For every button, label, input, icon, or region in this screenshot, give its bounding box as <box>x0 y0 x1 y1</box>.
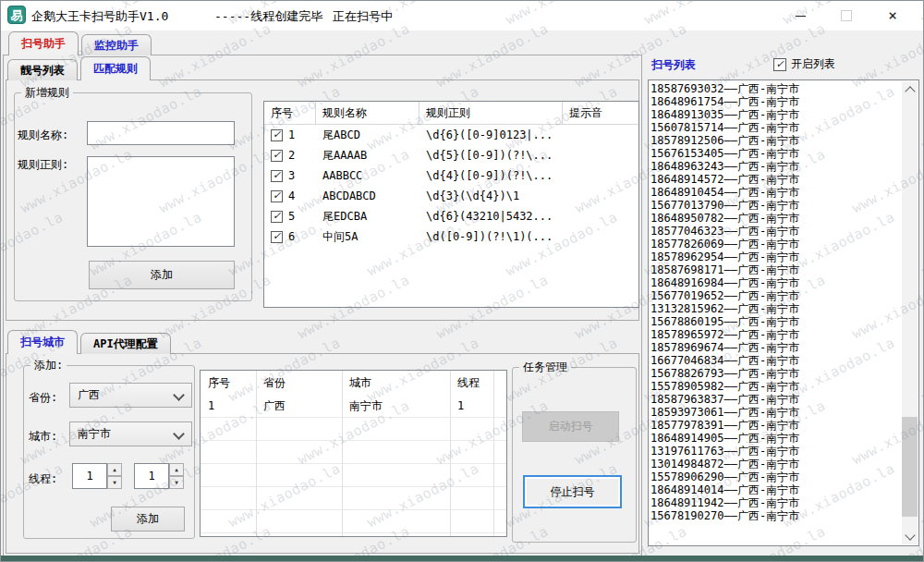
scan-list-item[interactable]: 18578912506——广西-南宁市 <box>650 134 902 147</box>
rule-row[interactable]: ✓ 4 ABCDABCD \d{3}(\d{4})\1 <box>264 186 638 206</box>
scan-list-item[interactable]: 18648914905——广西-南宁市 <box>650 432 902 445</box>
col-thread: 线程 <box>450 371 493 395</box>
tab-monitor-helper[interactable]: 监控助手 <box>81 34 152 55</box>
scan-list-item[interactable]: 15578906290——广西-南宁市 <box>650 470 902 483</box>
scan-list-item[interactable]: 18648914014——广西-南宁市 <box>650 483 902 496</box>
start-scan-button[interactable]: 启动扫号 <box>522 411 619 442</box>
grid-line <box>450 371 451 536</box>
check-icon: ✓ <box>273 165 281 186</box>
up-arrow-icon[interactable]: ▲ <box>107 463 122 476</box>
rule-regex-textarea[interactable] <box>87 156 235 247</box>
rule-row[interactable]: ✓ 1 尾ABCD \d{6}([0-9]0123|... <box>264 125 638 145</box>
open-list-checkbox[interactable]: ✓ 开启列表 <box>773 56 835 72</box>
tab-scan-city[interactable]: 扫号城市 <box>7 330 78 354</box>
col-seq: 序号 <box>201 371 256 395</box>
scan-list-item[interactable]: 18648913035——广西-南宁市 <box>650 108 902 121</box>
scan-list-item[interactable]: 18593973061——广西-南宁市 <box>650 406 902 419</box>
scan-list-item[interactable]: 18578969674——广西-南宁市 <box>650 341 902 354</box>
scan-list-item[interactable]: 15676153405——广西-南宁市 <box>650 147 902 160</box>
scan-list-item[interactable]: 18648963243——广西-南宁市 <box>650 160 902 173</box>
rule-regex: \d([0-9])(?!\1)(... <box>419 226 563 247</box>
title-bar[interactable]: 易 企鹅大王卡扫号助手V1.0 -----线程创建完毕 正在扫号中 × <box>1 1 923 31</box>
col-province: 省份 <box>256 371 342 395</box>
scan-list-item[interactable]: 15677013790——广西-南宁市 <box>650 199 902 212</box>
city-table-body: 1 广西 南宁市 1 <box>201 395 506 536</box>
scrollbar-up-button[interactable] <box>902 81 918 97</box>
taskbar-edge <box>1 556 923 561</box>
add-rule-button[interactable]: 添加 <box>89 261 235 289</box>
scan-list-item[interactable]: 18648914572——广西-南宁市 <box>650 173 902 186</box>
col-seq[interactable]: 序号 <box>264 102 316 124</box>
scan-list-item[interactable]: 18648916984——广西-南宁市 <box>650 276 902 289</box>
rule-checkbox[interactable]: ✓ <box>271 190 283 202</box>
scan-list-item[interactable]: 15578905982——广西-南宁市 <box>650 380 902 393</box>
scan-list-item[interactable]: 18587963837——广西-南宁市 <box>650 393 902 406</box>
scan-list-item[interactable]: 18578962954——广西-南宁市 <box>650 250 902 263</box>
up-arrow-icon[interactable]: ▲ <box>169 463 184 476</box>
scan-list-item[interactable]: 18648961754——广西-南宁市 <box>650 95 902 108</box>
scan-list-item[interactable]: 18648950782——广西-南宁市 <box>650 212 902 225</box>
close-button[interactable]: × <box>871 1 914 31</box>
scrollbar-down-button[interactable] <box>902 529 918 544</box>
rule-regex: \d{4}([0-9])(?!\... <box>419 165 563 186</box>
down-arrow-icon[interactable]: ▼ <box>169 476 184 489</box>
scan-list-item[interactable]: 15678826793——广西-南宁市 <box>650 367 902 380</box>
scan-list-item[interactable]: 18578965972——广西-南宁市 <box>650 328 902 341</box>
scan-list-item[interactable]: 15677019652——广西-南宁市 <box>650 289 902 302</box>
scan-list-item[interactable]: 18587698171——广西-南宁市 <box>650 263 902 276</box>
scan-list-item[interactable]: 18648911942——广西-南宁市 <box>650 496 902 509</box>
minimize-button[interactable] <box>779 1 821 31</box>
thread-input-1[interactable] <box>72 463 107 489</box>
scan-list-item[interactable]: 18577826069——广西-南宁市 <box>650 238 902 250</box>
rule-checkbox[interactable]: ✓ <box>271 170 283 182</box>
scan-list-item[interactable]: 13014984872——广西-南宁市 <box>650 458 902 470</box>
province-select[interactable]: 广西 <box>69 383 192 408</box>
city-table-row[interactable]: 1 广西 南宁市 1 <box>201 395 506 417</box>
check-icon: ✓ <box>273 206 281 226</box>
rule-row[interactable]: ✓ 3 AABBCC \d{4}([0-9])(?!\... <box>264 165 638 186</box>
thread-stepper-2: ▲ ▼ <box>134 463 184 489</box>
tab-api-proxy[interactable]: API代理配置 <box>80 333 171 354</box>
tab-nice-number-list[interactable]: 靓号列表 <box>7 59 78 80</box>
city-select[interactable]: 南宁市 <box>69 422 192 446</box>
minimize-icon <box>796 16 806 17</box>
rule-row[interactable]: ✓ 6 中间5A \d([0-9])(?!\1)(... <box>264 226 638 247</box>
rule-name: ABCDABCD <box>316 186 419 206</box>
add-city-button[interactable]: 添加 <box>111 507 185 531</box>
province-value: 广西 <box>78 387 100 403</box>
chevron-down-icon <box>173 389 185 401</box>
tab-scan-helper[interactable]: 扫号助手 <box>8 31 79 55</box>
rule-checkbox[interactable]: ✓ <box>271 211 283 223</box>
rule-row[interactable]: ✓ 2 尾AAAAB \d{5}([0-9])(?!\... <box>264 145 638 165</box>
scan-list-item[interactable]: 18648910454——广西-南宁市 <box>650 186 902 199</box>
col-rule-name[interactable]: 规则名称 <box>316 102 419 124</box>
scrollbar-thumb[interactable] <box>902 417 918 517</box>
rule-checkbox[interactable]: ✓ <box>271 129 283 141</box>
col-rule-regex[interactable]: 规则正则 <box>419 102 563 124</box>
rule-name-input[interactable] <box>87 121 235 145</box>
rule-checkbox[interactable]: ✓ <box>271 231 283 243</box>
scrollbar[interactable] <box>902 81 918 544</box>
scan-list-item[interactable]: 18577046323——广西-南宁市 <box>650 225 902 238</box>
scan-list-item[interactable]: 15678190270——广西-南宁市 <box>650 509 902 522</box>
scan-list-item[interactable]: 13197611763——广西-南宁市 <box>650 445 902 458</box>
thread-input-2[interactable] <box>134 463 169 489</box>
rule-sound <box>563 186 638 206</box>
rule-name-label: 规则名称: <box>18 128 68 143</box>
scan-list-item[interactable]: 18587693032——广西-南宁市 <box>650 82 902 95</box>
maximize-button[interactable] <box>825 1 868 31</box>
tab-match-rules[interactable]: 匹配规则 <box>80 56 151 80</box>
check-icon: ✓ <box>273 145 281 165</box>
grid-line <box>256 371 257 536</box>
scan-list-item[interactable]: 13132815962——广西-南宁市 <box>650 302 902 315</box>
scan-list-item[interactable]: 16677046834——广西-南宁市 <box>650 354 902 367</box>
down-arrow-icon[interactable]: ▼ <box>107 476 122 489</box>
scan-list-item[interactable]: 15678860195——广西-南宁市 <box>650 315 902 328</box>
scan-list-item[interactable]: 18577978391——广西-南宁市 <box>650 419 902 432</box>
rule-row[interactable]: ✓ 5 尾EDCBA \d{6}(43210|5432... <box>264 206 638 226</box>
rule-checkbox[interactable]: ✓ <box>271 150 283 162</box>
col-alert-sound[interactable]: 提示音 <box>563 102 638 124</box>
checkbox-box[interactable]: ✓ <box>773 58 786 71</box>
stop-scan-button[interactable]: 停止扫号 <box>523 475 622 508</box>
scan-list-item[interactable]: 15607815714——广西-南宁市 <box>650 121 902 134</box>
